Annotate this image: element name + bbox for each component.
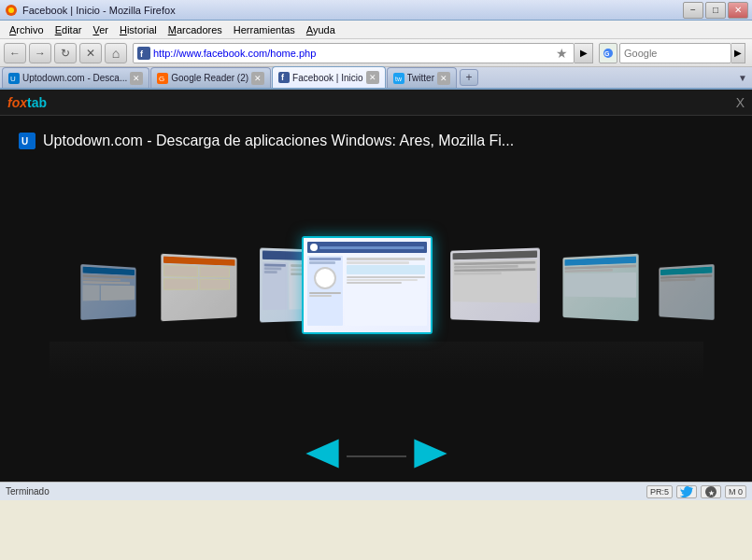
carousel-thumb-4-active[interactable]	[302, 236, 433, 334]
back-button[interactable]: ←	[4, 43, 26, 63]
foxtab-content: U Uptodown.com - Descarga de aplicacione…	[0, 116, 752, 482]
carousel-prev-button[interactable]	[302, 435, 343, 472]
status-text: Terminado	[6, 486, 50, 497]
svg-marker-17	[414, 440, 447, 469]
title-bar-buttons: − □ ✕	[683, 2, 748, 19]
status-right: PR:5 ★ M 0	[646, 485, 746, 498]
nav-bar: ← → ↻ ✕ ⌂ f ★ ▶ G ▶	[0, 39, 752, 67]
foxtab-logo: fox tab	[7, 95, 47, 110]
menu-ver[interactable]: Ver	[87, 23, 114, 36]
carousel-nav-divider	[347, 455, 406, 457]
bookmark-indicator: ★	[701, 485, 721, 498]
tab-twitter[interactable]: tw Twitter ✕	[387, 67, 457, 88]
title-bar: Facebook | Inicio - Mozilla Firefox − □ …	[0, 0, 752, 21]
svg-marker-16	[305, 440, 338, 469]
minimize-button[interactable]: −	[683, 2, 703, 19]
tab-facebook-close[interactable]: ✕	[366, 71, 379, 84]
svg-text:★: ★	[708, 489, 715, 497]
new-tab-button[interactable]: +	[460, 69, 478, 86]
uptodown-favicon: U	[8, 73, 20, 84]
home-button[interactable]: ⌂	[105, 43, 127, 63]
foxtab-page-title: Uptodown.com - Descarga de aplicaciones …	[43, 133, 514, 149]
carousel-thumb-5[interactable]	[450, 248, 540, 323]
stop-button[interactable]: ✕	[79, 43, 102, 63]
carousel-next-button[interactable]	[410, 435, 451, 472]
foxtab-close-button[interactable]: X	[736, 95, 745, 110]
menu-editar[interactable]: Editar	[50, 23, 88, 36]
site-favicon: f	[137, 47, 150, 60]
url-bar[interactable]: f ★	[133, 43, 575, 63]
carousel-reflection	[50, 342, 703, 379]
reader-favicon: G	[157, 73, 168, 84]
menu-herramientas[interactable]: Herramientas	[228, 23, 301, 36]
go-button[interactable]: ▶	[575, 43, 593, 63]
search-engine-selector[interactable]: G	[599, 43, 617, 63]
tab-reader-title: Google Reader (2)	[171, 73, 248, 83]
tab-twitter-title: Twitter	[407, 73, 434, 83]
tab-uptodown[interactable]: U Uptodown.com - Desca... ✕	[2, 67, 149, 88]
tab-scroll-button[interactable]: ▼	[735, 69, 750, 86]
tab-uptodown-title: Uptodown.com - Desca...	[22, 73, 127, 83]
menu-ayuda[interactable]: Ayuda	[301, 23, 341, 36]
carousel-container	[0, 168, 752, 482]
svg-point-1	[8, 7, 14, 13]
foxtab-page-title-bar: U Uptodown.com - Descarga de aplicacione…	[0, 133, 752, 149]
tab-facebook[interactable]: f Facebook | Inicio ✕	[272, 66, 385, 88]
close-button[interactable]: ✕	[728, 2, 748, 19]
reload-button[interactable]: ↻	[54, 43, 77, 63]
twitter-favicon: tw	[393, 73, 404, 84]
title-bar-left: Facebook | Inicio - Mozilla Firefox	[4, 3, 176, 18]
menu-archivo[interactable]: Archivo	[4, 23, 50, 36]
svg-rect-10	[278, 72, 290, 83]
browser-status-bar: Terminado PR:5 ★ M 0	[0, 482, 752, 500]
window-title: Facebook | Inicio - Mozilla Firefox	[22, 5, 176, 16]
tab-reader[interactable]: G Google Reader (2) ✕	[150, 67, 271, 88]
url-input[interactable]	[153, 48, 554, 59]
twitter-indicator	[676, 485, 697, 498]
pr-indicator: PR:5	[646, 485, 673, 498]
svg-text:U: U	[21, 136, 28, 147]
tab-facebook-title: Facebook | Inicio	[292, 73, 362, 83]
carousel-thumb-1[interactable]	[80, 264, 135, 320]
foxtab-tab-text: tab	[27, 95, 47, 110]
foxtab-overlay: fox tab X U Uptodown.com - Descarga de a…	[0, 90, 752, 482]
svg-text:tw: tw	[395, 76, 403, 82]
svg-text:U: U	[10, 75, 16, 83]
tab-reader-close[interactable]: ✕	[251, 72, 264, 85]
svg-text:G: G	[604, 50, 610, 57]
mail-indicator: M 0	[725, 485, 746, 498]
foxtab-fox-text: fox	[7, 95, 27, 110]
bookmark-star[interactable]: ★	[554, 46, 570, 61]
svg-text:G: G	[159, 75, 164, 83]
menu-bar: Archivo Editar Ver Historial Marcadores …	[0, 21, 752, 39]
firefox-icon	[4, 3, 19, 18]
tab-bar: U Uptodown.com - Desca... ✕ G Google Rea…	[0, 67, 752, 90]
tab-uptodown-close[interactable]: ✕	[130, 72, 143, 85]
carousel-thumb-6[interactable]	[562, 254, 638, 322]
carousel-thumb-2[interactable]	[161, 254, 236, 322]
facebook-favicon: f	[278, 72, 290, 83]
menu-historial[interactable]: Historial	[114, 23, 163, 36]
foxtab-header: fox tab X	[0, 90, 752, 116]
carousel-thumb-7[interactable]	[659, 264, 714, 320]
carousel-inner	[50, 241, 703, 409]
forward-button[interactable]: →	[29, 43, 51, 63]
maximize-button[interactable]: □	[705, 2, 726, 19]
google-search-input[interactable]	[619, 43, 731, 63]
menu-marcadores[interactable]: Marcadores	[163, 23, 228, 36]
google-search-button[interactable]: ▶	[731, 43, 745, 63]
tab-twitter-close[interactable]: ✕	[437, 72, 450, 85]
foxtab-title-icon: U	[19, 133, 35, 149]
